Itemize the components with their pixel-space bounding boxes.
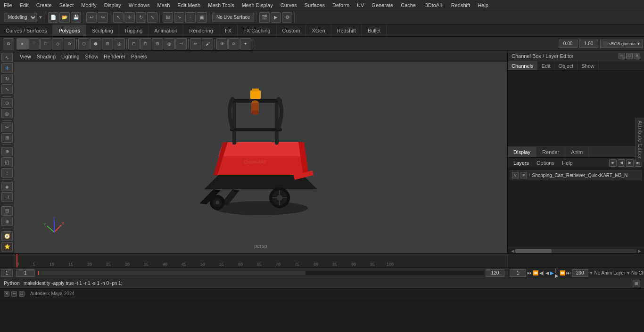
snap-to-point-button[interactable]: ⊡: [140, 38, 151, 49]
play-forward-button[interactable]: ▶: [550, 269, 554, 277]
layer-vp-toggle-v[interactable]: V: [512, 172, 519, 178]
snap-point-button[interactable]: ·: [185, 12, 196, 23]
menu-3dto[interactable]: -3DtoAll-: [420, 1, 447, 9]
timeline-ruler[interactable]: 0 5 10 15 20 25 30 35 40 45 50 55 60 65 …: [14, 254, 507, 267]
extrude-tool-left[interactable]: ⊕: [1, 147, 13, 156]
attribute-editor-tab[interactable]: Attribute Editor: [636, 118, 644, 162]
layer-play-button[interactable]: ▶: [626, 159, 634, 167]
scale-tool-left[interactable]: ⤡: [1, 84, 13, 94]
menu-surfaces[interactable]: Surfaces: [301, 1, 329, 9]
menu-display[interactable]: Display: [100, 1, 125, 9]
cut-tool-left[interactable]: ✂: [1, 122, 13, 132]
snap-to-grid-button[interactable]: ⊟: [128, 38, 140, 49]
tab-fx-caching[interactable]: FX Caching: [238, 24, 276, 36]
select-uv-button[interactable]: ◇: [52, 38, 63, 49]
window-min-button[interactable]: ─: [11, 291, 17, 297]
sculpt-button[interactable]: ✏: [190, 38, 201, 49]
layer-rewind-button[interactable]: ⏮: [609, 159, 617, 167]
play-back-button[interactable]: ◀: [545, 269, 549, 277]
menu-modify[interactable]: Modify: [77, 1, 100, 9]
isolate-button[interactable]: 👁: [216, 38, 228, 49]
vp-menu-lighting[interactable]: Lighting: [59, 53, 82, 60]
menu-curves[interactable]: Curves: [277, 1, 301, 9]
render-button[interactable]: 🎬: [259, 12, 270, 23]
layer-tab-layers[interactable]: Layers: [510, 159, 533, 167]
vp-menu-show[interactable]: Show: [83, 53, 100, 60]
tab-object[interactable]: Object: [554, 61, 578, 70]
menu-select[interactable]: Select: [56, 1, 78, 9]
menu-edit[interactable]: Edit: [16, 1, 33, 9]
select-vertex-button[interactable]: ●: [17, 38, 28, 49]
layer-prev-button[interactable]: ◀: [618, 159, 625, 167]
select-face-button[interactable]: □: [40, 38, 51, 49]
camera-far-input[interactable]: [579, 40, 598, 48]
menu-uv[interactable]: UV: [353, 1, 368, 9]
tab-edit[interactable]: Edit: [537, 61, 554, 70]
menu-deform[interactable]: Deform: [329, 1, 353, 9]
vp-menu-renderer[interactable]: Renderer: [102, 53, 127, 60]
snap-grid-button[interactable]: ⊞: [163, 12, 173, 23]
jump-end-button[interactable]: ⏭: [566, 269, 571, 277]
vp-menu-shading[interactable]: Shading: [35, 53, 58, 60]
select-tool-left[interactable]: ↖: [1, 53, 13, 62]
menu-generate[interactable]: Generate: [368, 1, 397, 9]
layer-item[interactable]: V P / Shopping_Cart_Retriever_QuickKART_…: [510, 170, 642, 180]
paint-select-left[interactable]: ◎: [1, 109, 13, 118]
select-component-button[interactable]: ⊕: [64, 38, 75, 49]
window-close-button[interactable]: ✕: [4, 291, 9, 297]
step-back-button[interactable]: ⏪: [533, 269, 538, 277]
end-frame-input[interactable]: [486, 269, 504, 277]
channel-box-maximize[interactable]: □: [626, 53, 633, 59]
viewport[interactable]: View Shading Lighting Show Renderer Pane…: [14, 51, 507, 253]
component-mode-button[interactable]: ⬢: [90, 38, 101, 49]
live-surface-button[interactable]: No Live Surface: [212, 13, 254, 22]
object-mode-button[interactable]: ⬡: [78, 38, 90, 49]
playback-frame-input[interactable]: [510, 269, 526, 277]
sym-tool-left[interactable]: ⊕: [1, 217, 13, 226]
snap-curve-button[interactable]: ∿: [174, 12, 184, 23]
menu-cache[interactable]: Cache: [397, 1, 420, 9]
layer-tab-options[interactable]: Options: [533, 159, 558, 167]
select-edge-button[interactable]: ─: [28, 38, 40, 49]
scale-tool-button[interactable]: ⤡: [147, 12, 157, 23]
tab-anim[interactable]: Anim: [565, 147, 589, 157]
jump-start-button[interactable]: ⏮: [527, 269, 532, 277]
select-tool-button[interactable]: ↖: [113, 12, 124, 23]
tab-animation[interactable]: Animation: [149, 24, 183, 36]
bevel-tool-left[interactable]: ◱: [1, 157, 13, 167]
tab-custom[interactable]: Custom: [277, 24, 306, 36]
hide-button[interactable]: ⊘: [228, 38, 239, 49]
window-max-button[interactable]: □: [19, 291, 25, 297]
redo-button[interactable]: ↪: [98, 12, 108, 23]
lasso-tool-left[interactable]: ⊙: [1, 98, 13, 107]
menu-mesh-display[interactable]: Mesh Display: [238, 1, 277, 9]
tab-show[interactable]: Show: [578, 61, 599, 70]
menu-help[interactable]: Help: [474, 1, 492, 9]
axes-display-left[interactable]: 🧭: [1, 231, 13, 241]
current-frame-input[interactable]: [1, 269, 13, 277]
menu-redshift[interactable]: Redshift: [447, 1, 474, 9]
vp-menu-panels[interactable]: Panels: [129, 53, 149, 60]
open-file-button[interactable]: 📂: [59, 12, 70, 23]
snap-to-surface-button[interactable]: ⊞: [152, 38, 163, 49]
tab-polygons[interactable]: Polygons: [53, 24, 86, 36]
show-button[interactable]: ✦: [240, 38, 251, 49]
bridge-tool-left[interactable]: ⋮: [1, 168, 13, 178]
channel-box-minimize[interactable]: ─: [619, 53, 625, 59]
home-left[interactable]: ⭐: [1, 242, 13, 251]
menu-file[interactable]: File: [0, 1, 16, 9]
layer-tab-help[interactable]: Help: [558, 159, 577, 167]
tab-rigging[interactable]: Rigging: [119, 24, 149, 36]
script-editor-button[interactable]: ⊞: [633, 280, 640, 287]
step-forward-button[interactable]: ⏩: [560, 269, 565, 277]
tab-bullet[interactable]: Bullet: [362, 24, 387, 36]
menu-windows[interactable]: Windows: [125, 1, 154, 9]
settings-button[interactable]: ⚙: [3, 38, 14, 49]
split-tool-left[interactable]: ⊞: [1, 133, 13, 143]
undo-button[interactable]: ↩: [86, 12, 97, 23]
smooth-button[interactable]: ◎: [114, 38, 125, 49]
menu-edit-mesh[interactable]: Edit Mesh: [173, 1, 204, 9]
move-tool-button[interactable]: ✛: [124, 12, 135, 23]
tab-curves-surfaces[interactable]: Curves / Surfaces: [0, 24, 53, 36]
start-frame-input[interactable]: [16, 269, 35, 277]
